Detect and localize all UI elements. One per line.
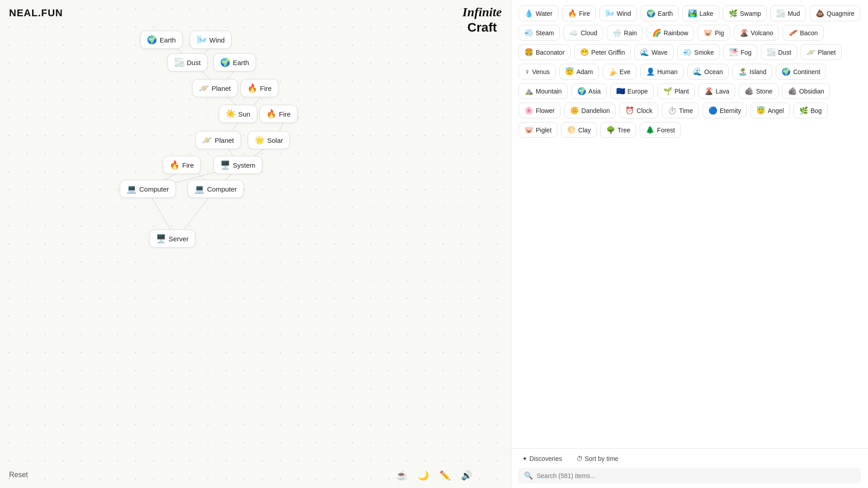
coffee-icon[interactable]: ☕ <box>394 468 409 483</box>
sidebar-item[interactable]: 🌍Continent <box>776 64 826 80</box>
sidebar-item-label: Wave <box>651 49 667 56</box>
sidebar-item[interactable]: 👤Human <box>640 64 684 80</box>
sidebar-item-icon: 🥓 <box>788 28 797 37</box>
sidebar-item[interactable]: ⛰️Mountain <box>519 83 568 99</box>
sidebar-item[interactable]: 🌫️Mud <box>770 5 806 21</box>
sidebar-item[interactable]: 🥓Bacon <box>783 25 824 41</box>
sidebar-item[interactable]: 😇Adam <box>559 64 599 80</box>
sidebar-item[interactable]: 💨Smoke <box>677 44 720 60</box>
item-label: Planet <box>215 136 234 144</box>
item-icon: 🖥️ <box>220 160 230 170</box>
search-bar[interactable]: 🔍 <box>519 468 861 483</box>
craft-item-fire2[interactable]: 🔥Fire <box>259 105 297 123</box>
reset-button[interactable]: Reset <box>9 471 28 479</box>
sidebar-item-icon: 🌈 <box>652 28 661 37</box>
sidebar-item[interactable]: 🌕Clay <box>561 122 597 138</box>
sidebar-item-label: Lake <box>699 10 713 17</box>
sidebar-item[interactable]: 🌋Volcano <box>734 25 779 41</box>
craft-item-sun1[interactable]: ☀️Sun <box>219 105 257 123</box>
sidebar-item-label: Tree <box>618 127 630 134</box>
sidebar-item[interactable]: 💩Quagmire <box>810 5 860 21</box>
sidebar-item[interactable]: ⏰Clock <box>619 103 658 118</box>
sidebar-item[interactable]: 🌲Forest <box>640 122 681 138</box>
sidebar-item[interactable]: 🍌Eve <box>603 64 637 80</box>
sidebar-item[interactable]: 🐷Piglet <box>519 122 557 138</box>
sidebar-item[interactable]: 🏞️Lake <box>682 5 719 21</box>
craft-item-fire3[interactable]: 🔥Fire <box>163 156 201 174</box>
craft-item-server1[interactable]: 🖥️Server <box>149 230 195 248</box>
craft-item-computer1[interactable]: 💻Computer <box>120 180 176 198</box>
sidebar-item[interactable]: 🌿Swamp <box>723 5 767 21</box>
sidebar-item[interactable]: 😇Angel <box>750 103 790 118</box>
sidebar-item[interactable]: 🌬️Wind <box>599 5 637 21</box>
sidebar-item[interactable]: 🪐Planet <box>801 44 842 60</box>
sidebar-item[interactable]: 💨Steam <box>519 25 560 41</box>
sidebar-item[interactable]: 🇪🇺Europe <box>610 83 654 99</box>
sidebar-item[interactable]: 🏝️Island <box>732 64 772 80</box>
edit-icon[interactable]: ✏️ <box>438 468 452 483</box>
craft-item-wind1[interactable]: 🌬️Wind <box>190 31 231 49</box>
sidebar-item[interactable]: 🌊Ocean <box>687 64 729 80</box>
craft-item-planet1[interactable]: 🪐Planet <box>192 79 238 97</box>
craft-item-computer2[interactable]: 💻Computer <box>188 180 244 198</box>
app-title: Infinite Craft <box>462 5 502 35</box>
sidebar-item[interactable]: 🌸Flower <box>519 103 561 118</box>
sidebar-item-icon: ⏰ <box>625 106 634 115</box>
discoveries-tab[interactable]: ✦ Discoveries <box>519 453 566 464</box>
sidebar-item[interactable]: 😁Peter Griffin <box>574 44 631 60</box>
sidebar-item-label: Steam <box>536 29 554 37</box>
sidebar-item-icon: 🌊 <box>693 67 702 76</box>
sidebar-item[interactable]: 🌼Dandelion <box>564 103 616 118</box>
sidebar-item[interactable]: 🌍Earth <box>641 5 679 21</box>
sidebar-item[interactable]: 🐷Pig <box>698 25 730 41</box>
moon-icon[interactable]: 🌙 <box>416 468 430 483</box>
sidebar-item[interactable]: ♀️Venus <box>519 64 556 80</box>
sidebar-item[interactable]: 🌈Rainbow <box>646 25 694 41</box>
sidebar-item[interactable]: 🍔Baconator <box>519 44 571 60</box>
sidebar-item[interactable]: ☁️Cloud <box>563 25 603 41</box>
sidebar-item[interactable]: 🌧️Rain <box>607 25 643 41</box>
sidebar-item-icon: 🌳 <box>606 126 615 134</box>
sidebar-item[interactable]: 💧Water <box>519 5 558 21</box>
sidebar-item[interactable]: 🌫️Dust <box>761 44 797 60</box>
search-input[interactable] <box>537 472 855 479</box>
sidebar-item-label: Venus <box>532 68 550 75</box>
craft-item-earth1[interactable]: 🌍Earth <box>140 31 183 49</box>
sidebar-item-label: Plant <box>675 88 689 95</box>
sidebar-item-icon: 💧 <box>524 9 533 18</box>
sidebar-item-label: Pig <box>715 29 724 37</box>
sidebar: 💧Water🔥Fire🌬️Wind🌍Earth🏞️Lake🌿Swamp🌫️Mud… <box>511 0 868 488</box>
sidebar-item-label: Eve <box>620 68 631 75</box>
sidebar-item[interactable]: 🌱Plant <box>657 83 695 99</box>
sidebar-item[interactable]: 🌋Lava <box>698 83 735 99</box>
sidebar-item[interactable]: 🌳Tree <box>600 122 636 138</box>
craft-item-solar1[interactable]: 🌟Solar <box>248 131 290 149</box>
item-icon: ☀️ <box>226 109 236 119</box>
sidebar-item-icon: 🌬️ <box>605 9 614 18</box>
sidebar-item[interactable]: 🌍Asia <box>571 83 607 99</box>
item-icon: 🌍 <box>220 57 230 67</box>
sidebar-item-label: Continent <box>793 68 820 75</box>
sidebar-item[interactable]: 🪨Stone <box>739 83 778 99</box>
craft-item-fire1[interactable]: 🔥Fire <box>241 79 278 97</box>
sidebar-item-label: Time <box>679 107 693 114</box>
sidebar-item[interactable]: 🌿Bog <box>793 103 828 118</box>
sound-icon[interactable]: 🔊 <box>459 468 474 483</box>
item-label: Dust <box>187 59 201 66</box>
sidebar-item[interactable]: 🌊Wave <box>634 44 673 60</box>
sidebar-item-label: Bacon <box>800 29 818 37</box>
sidebar-item-icon: 🏝️ <box>738 67 747 76</box>
sidebar-item-icon: 🌊 <box>640 48 649 56</box>
craft-item-dust1[interactable]: 🌫️Dust <box>167 53 208 71</box>
sidebar-item[interactable]: 🌁Fog <box>723 44 757 60</box>
sidebar-item[interactable]: 🔵Eternity <box>703 103 747 118</box>
craft-item-system1[interactable]: 🖥️System <box>213 156 262 174</box>
sidebar-item[interactable]: 🪨Obsidian <box>782 83 830 99</box>
sidebar-item-icon: 🌫️ <box>776 9 785 18</box>
sidebar-item[interactable]: 🔥Fire <box>562 5 596 21</box>
sort-tab[interactable]: ⏱ Sort by time <box>573 453 622 464</box>
sidebar-item[interactable]: ⏱️Time <box>662 103 699 118</box>
sidebar-item-label: Island <box>750 68 766 75</box>
craft-item-earth2[interactable]: 🌍Earth <box>213 53 256 71</box>
craft-item-planet2[interactable]: 🪐Planet <box>195 131 241 149</box>
